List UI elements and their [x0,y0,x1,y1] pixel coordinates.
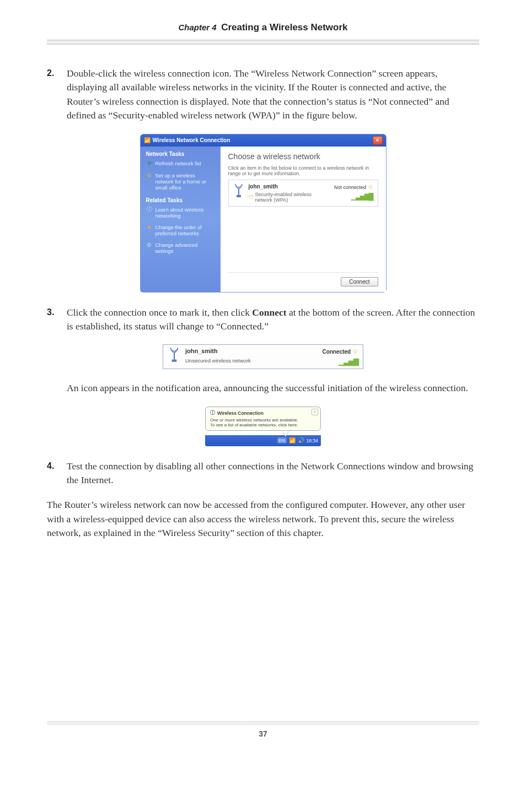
dialog-sidebar: Network Tasks ⟳ Refresh network list ⚙ S… [141,147,221,292]
signal-bars-icon: ▁▃▅▇█ [334,193,373,201]
dialog-title: Wireless Network Connection [153,137,230,143]
tray-language[interactable]: EN [277,437,287,443]
sidebar-link-advanced[interactable]: ⚙ Change advanced settings [146,242,215,254]
main-heading: Choose a wireless network [228,152,378,161]
setup-icon: ⚙ [146,172,153,179]
dialog-main-panel: Choose a wireless network Click an item … [221,147,386,292]
main-hint: Click an item in the list below to conne… [228,165,378,176]
connected-status: Connected [323,349,351,355]
wireless-dialog-screenshot: 📶 Wireless Network Connection × Network … [140,134,387,293]
step-3-bold: Connect [252,307,286,318]
step-3b-text: An icon appears in the notification area… [67,381,479,395]
sidebar-link-refresh[interactable]: ⟳ Refresh network list [146,160,215,167]
step-3-pre: Click the connection once to mark it, th… [67,307,252,318]
header-divider [47,40,479,45]
sidebar-link-order-label: Change the order of preferred networks [155,224,215,236]
tray-clock: 16:34 [307,438,318,443]
star-icon: ★ [146,224,153,231]
sidebar-link-setup[interactable]: ⚙ Set up a wireless network for a home o… [146,172,215,191]
closing-paragraph: The Router’s wireless network can now be… [47,498,479,540]
signal-bars-icon: ▁▃▅▇ [323,358,358,366]
connected-item-screenshot: john_smith Unsecured wireless network Co… [163,344,363,369]
connected-network-name: john_smith [185,348,318,354]
connect-button[interactable]: Connect [341,277,378,286]
balloon-line2: To see a list of available networks, cli… [210,423,316,427]
step-4-number: 4. [47,459,67,488]
network-list-item[interactable]: john_smith 🛡 Security-enabled wireless n… [228,180,378,207]
tray-volume-icon[interactable]: 🔊 [298,437,304,443]
shield-icon: 🛡 [249,194,254,200]
wireless-titlebar-icon: 📶 [144,137,151,144]
refresh-icon: ⟳ [146,160,153,167]
chapter-label: Chapter 4 [178,23,216,32]
antenna-icon [233,183,244,199]
balloon-title: Wireless Connection [217,410,264,416]
network-name: john_smith [249,183,330,190]
balloon-line1: One or more wireless networks are availa… [210,418,316,423]
chapter-header: Chapter 4 Creating a Wireless Network [47,22,479,40]
step-4-text: Test the connection by disabling all oth… [67,459,479,488]
svg-rect-2 [174,353,175,360]
svg-rect-1 [237,195,241,197]
chapter-title: Creating a Wireless Network [221,22,347,33]
balloon-toast-screenshot: × ⓘ Wireless Connection One or more wire… [205,407,321,446]
footer-divider [47,721,479,725]
star-icon: ☆ [368,183,373,190]
step-3-number: 3. [47,306,67,334]
sidebar-link-setup-label: Set up a wireless network for a home or … [155,172,215,191]
system-tray: EN 📶 🔊 16:34 [205,435,321,446]
sidebar-link-advanced-label: Change advanced settings [155,242,215,254]
network-status: Not connected [334,185,366,190]
sidebar-link-order[interactable]: ★ Change the order of preferred networks [146,224,215,236]
step-3-text: Click the connection once to mark it, th… [67,306,479,334]
step-2-number: 2. [47,67,67,123]
page-footer: 37 [0,721,526,738]
sidebar-section-network-tasks: Network Tasks [146,151,215,157]
sidebar-link-refresh-label: Refresh network list [155,160,201,166]
sidebar-link-learn[interactable]: ⓘ Learn about wireless networking [146,207,215,219]
close-icon[interactable]: × [373,136,383,145]
svg-rect-0 [238,188,239,195]
step-3-continued: An icon appears in the notification area… [47,381,479,395]
gear-icon: ⚙ [146,242,153,248]
connected-network-sub: Unsecured wireless network [185,358,318,364]
step-3: 3. Click the connection once to mark it,… [47,306,479,334]
svg-rect-3 [172,360,177,362]
tray-wireless-icon[interactable]: 📶 [289,437,296,443]
step-4: 4. Test the connection by disabling all … [47,459,479,488]
balloon-tail [282,431,289,436]
star-icon: ☆ [352,348,358,355]
sidebar-link-learn-label: Learn about wireless networking [155,207,215,219]
info-icon: ⓘ [146,207,153,213]
dialog-footer: Connect [228,272,378,286]
sidebar-section-related-tasks: Related Tasks [146,197,215,203]
step-2: 2. Double-click the wireless connection … [47,67,479,123]
network-security-label: Security-enabled wireless network (WPA) [255,192,330,203]
antenna-icon [168,348,181,363]
dialog-titlebar: 📶 Wireless Network Connection × [141,134,386,147]
info-icon: ⓘ [210,410,215,416]
balloon-tooltip: × ⓘ Wireless Connection One or more wire… [205,407,321,431]
step-2-text: Double-click the wireless connection ico… [67,67,479,123]
balloon-close-icon[interactable]: × [312,409,318,415]
page-number: 37 [0,729,526,738]
